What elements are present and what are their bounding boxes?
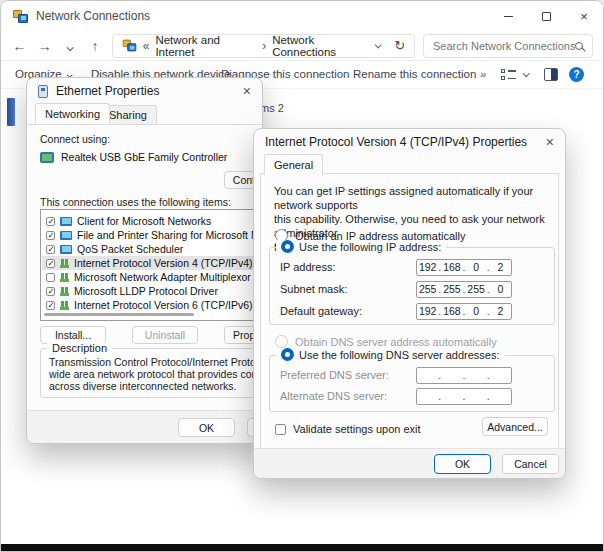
close-icon[interactable]: × — [243, 84, 251, 98]
checkbox[interactable] — [46, 301, 55, 310]
network-client-icon — [60, 231, 72, 240]
address-dropdown-icon[interactable] — [375, 41, 382, 48]
protocol-icon — [60, 273, 69, 282]
ip-address-input[interactable]: 192.168.0.2 — [416, 259, 512, 276]
search-icon — [575, 42, 583, 50]
recent-pages-dropdown[interactable] — [57, 38, 82, 54]
forward-button[interactable]: → — [32, 38, 57, 54]
checkbox[interactable] — [275, 424, 286, 435]
close-icon[interactable]: × — [546, 135, 554, 149]
toolbar-overflow-button[interactable]: » — [480, 68, 486, 80]
close-button[interactable]: × — [565, 1, 603, 31]
description-text: Transmission Control Protocol/Internet P… — [49, 356, 263, 392]
uninstall-button[interactable]: Uninstall — [132, 326, 198, 344]
search-input[interactable] — [433, 40, 575, 52]
chevron-down-icon — [67, 44, 74, 51]
list-item[interactable]: Microsoft LLDP Protocol Driver — [42, 284, 263, 298]
network-client-icon — [60, 245, 72, 254]
breadcrumb-collapse-chevron[interactable]: « — [143, 39, 150, 53]
ethernet-properties-dialog: Ethernet Properties × Networking Sharing… — [26, 77, 263, 444]
description-groupbox: Description Transmission Control Protoco… — [40, 348, 258, 398]
list-item[interactable]: File and Printer Sharing for Microsoft N… — [42, 228, 263, 242]
cancel-button[interactable]: Cancel — [502, 454, 559, 474]
default-gateway-row: Default gateway: 192.168.0.2 — [280, 302, 546, 320]
tab-general[interactable]: General — [264, 154, 323, 175]
checkbox[interactable] — [46, 273, 55, 282]
adapter-field: Realtek USB GbE Family Controller — [40, 147, 256, 167]
use-ip-radio[interactable]: Use the following IP address: — [276, 240, 446, 253]
list-item[interactable]: Microsoft Network Adapter Multiplexor Pr… — [42, 270, 263, 284]
validate-settings-checkbox[interactable]: Validate settings upon exit — [275, 423, 421, 435]
adapter-name: Realtek USB GbE Family Controller — [61, 151, 227, 163]
up-button[interactable]: ↑ — [83, 38, 108, 54]
connection-items-label: This connection uses the following items… — [40, 196, 231, 208]
preferred-dns-row: Preferred DNS server: ... — [280, 366, 546, 384]
view-options-icon[interactable] — [501, 69, 516, 81]
checkbox[interactable] — [46, 231, 55, 240]
dialog-footer: OK Cancel — [27, 410, 262, 443]
description-label: Description — [47, 342, 112, 354]
checkbox[interactable] — [46, 259, 55, 268]
title-bar: Network Connections × — [1, 1, 603, 31]
preferred-dns-input[interactable]: ... — [416, 367, 512, 384]
close-icon: × — [580, 9, 588, 24]
search-box[interactable] — [423, 34, 593, 58]
checkbox[interactable] — [46, 217, 55, 226]
network-adapter-icon — [40, 152, 54, 163]
tab-networking[interactable]: Networking — [35, 103, 110, 124]
horizontal-scrollbar[interactable] — [44, 313, 194, 316]
advanced-button[interactable]: Advanced... — [482, 417, 548, 436]
subnet-mask-row: Subnet mask: 255.255.255.0 — [280, 280, 546, 298]
default-gateway-label: Default gateway: — [280, 305, 416, 317]
minimize-button[interactable] — [489, 1, 527, 31]
back-button[interactable]: ← — [7, 38, 32, 54]
explorer-window: Network Connections × ← → ↑ « Network an… — [0, 0, 604, 552]
radio-icon[interactable] — [281, 348, 294, 361]
preferred-dns-label: Preferred DNS server: — [280, 369, 416, 381]
refresh-icon[interactable]: ↻ — [394, 38, 405, 53]
list-item[interactable]: Internet Protocol Version 4 (TCP/IPv4) — [42, 256, 263, 270]
list-item[interactable]: Client for Microsoft Networks — [42, 214, 263, 228]
default-gateway-input[interactable]: 192.168.0.2 — [416, 303, 512, 320]
ok-button[interactable]: OK — [434, 454, 491, 474]
background-label-fragment: ms 2 — [260, 102, 284, 114]
ipv4-properties-dialog: Internet Protocol Version 4 (TCP/IPv4) P… — [253, 128, 566, 479]
preview-pane-icon[interactable] — [544, 68, 558, 81]
network-client-icon — [60, 217, 72, 226]
connect-using-label: Connect using: — [40, 133, 110, 145]
radio-icon[interactable] — [281, 240, 294, 253]
breadcrumb-item-network-connections[interactable]: Network Connections — [272, 34, 375, 58]
alternate-dns-row: Alternate DNS server: ... — [280, 387, 546, 405]
minimize-icon — [504, 16, 513, 17]
checkbox[interactable] — [46, 287, 55, 296]
ok-button[interactable]: OK — [178, 418, 235, 437]
ip-address-groupbox: Use the following IP address: IP address… — [269, 247, 555, 325]
connection-items-list[interactable]: Client for Microsoft Networks File and P… — [40, 209, 258, 321]
subnet-mask-input[interactable]: 255.255.255.0 — [416, 281, 512, 298]
breadcrumb-folder-icon — [122, 40, 136, 52]
view-options-dropdown-icon[interactable] — [523, 70, 530, 77]
checkbox[interactable] — [46, 245, 55, 254]
radio-icon[interactable] — [275, 335, 288, 348]
networking-tab-page: Connect using: Realtek USB GbE Family Co… — [27, 124, 262, 410]
background-adapter-icon-fragment — [7, 98, 15, 126]
dialog-footer: OK Cancel — [254, 448, 565, 478]
ip-address-row: IP address: 192.168.0.2 — [280, 258, 546, 276]
navigation-bar: ← → ↑ « Network and Internet › Network C… — [1, 31, 603, 61]
maximize-button[interactable] — [527, 1, 565, 31]
dialog-title-bar: Internet Protocol Version 4 (TCP/IPv4) P… — [254, 129, 565, 155]
list-item[interactable]: Internet Protocol Version 6 (TCP/IPv6) — [42, 298, 263, 312]
protocol-icon — [60, 259, 69, 268]
protocol-icon — [60, 301, 69, 310]
help-icon[interactable]: ? — [569, 67, 584, 82]
alternate-dns-input[interactable]: ... — [416, 388, 512, 405]
address-bar[interactable]: « Network and Internet › Network Connect… — [112, 34, 415, 58]
obtain-dns-radio[interactable]: Obtain DNS server address automatically — [275, 335, 497, 348]
alternate-dns-label: Alternate DNS server: — [280, 390, 416, 402]
list-item[interactable]: QoS Packet Scheduler — [42, 242, 263, 256]
use-dns-radio[interactable]: Use the following DNS server addresses: — [276, 348, 505, 361]
network-connections-icon — [13, 10, 28, 23]
rename-connection-command[interactable]: Rename this connection — [353, 68, 476, 80]
breadcrumb-item-network-and-internet[interactable]: Network and Internet — [155, 34, 256, 58]
window-bottom-edge — [1, 544, 603, 551]
